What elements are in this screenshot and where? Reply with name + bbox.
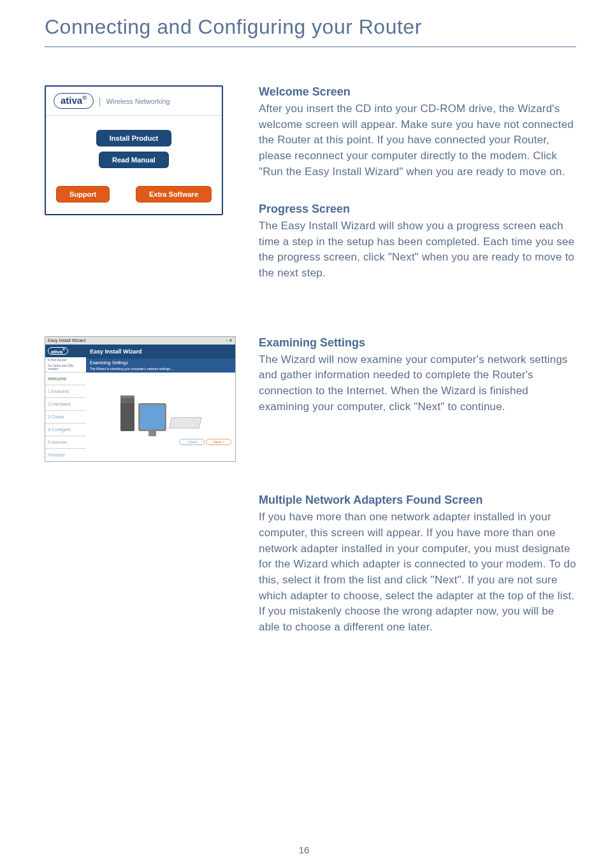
wizard-window-figure: Easy Install Wizard ▫ ✕ ativa® 4-Port Ro… <box>45 336 236 462</box>
heading-examining: Examining Settings <box>259 336 576 350</box>
computer-monitor-icon <box>138 403 166 431</box>
back-button: < Back <box>179 439 205 445</box>
section-welcome: Welcome Screen After you insert the CD i… <box>259 85 576 180</box>
section-adapters: Multiple Network Adapters Found Screen I… <box>259 494 576 635</box>
installer-body: Install Product Read Manual <box>46 116 222 180</box>
section-progress: Progress Screen The Easy Install Wizard … <box>259 203 576 281</box>
installer-subtitle: Wireless Networking <box>106 97 170 105</box>
wizard-button-row: < Back Next > <box>86 436 235 448</box>
wizard-step-internet: 5 Internet <box>45 436 86 448</box>
installer-header: ativa® | Wireless Networking <box>46 87 222 116</box>
wizard-titlebar: Easy Install Wizard ▫ ✕ <box>45 337 235 345</box>
computer-tower-icon <box>120 395 134 431</box>
page-number: 16 <box>299 844 310 855</box>
wizard-step-welcome: Welcome <box>45 372 86 385</box>
body-adapters: If you have more than one network adapte… <box>259 509 576 635</box>
wizard-step-finished: Finished <box>45 448 86 461</box>
wizard-sidebar: ativa® 4-Port Router for Cable and DSL m… <box>45 345 86 462</box>
install-product-button: Install Product <box>96 130 171 146</box>
wizard-canvas <box>86 373 235 436</box>
ativa-logo-small: ativa® <box>48 347 68 355</box>
wizard-step-check: 3 Check <box>45 410 86 423</box>
keyboard-icon <box>169 417 202 429</box>
window-controls-icon: ▫ ✕ <box>226 338 233 343</box>
body-welcome: After you insert the CD into your CD-ROM… <box>259 101 576 180</box>
wizard-content-desc: The Wizard is checking your computer's n… <box>86 367 235 373</box>
page-title: Connecting and Configuring your Router <box>45 15 576 47</box>
wizard-step-configure: 4 Configure <box>45 423 86 436</box>
row-examining: Easy Install Wizard ▫ ✕ ativa® 4-Port Ro… <box>45 336 576 462</box>
wizard-product-line1: 4-Port Router <box>45 357 86 363</box>
wizard-content: Easy Install Wizard Examining Settings T… <box>86 345 235 462</box>
heading-welcome: Welcome Screen <box>259 85 576 99</box>
wizard-step-examine: 1 Examine <box>45 385 86 397</box>
read-manual-button: Read Manual <box>99 152 169 168</box>
heading-progress: Progress Screen <box>259 203 576 216</box>
wizard-content-header: Easy Install Wizard <box>86 345 235 359</box>
installer-footer: Support Extra Software <box>46 180 222 214</box>
row-adapters: Multiple Network Adapters Found Screen I… <box>45 494 576 658</box>
body-progress: The Easy Install Wizard will show you a … <box>259 218 576 281</box>
row-welcome: × ativa® | Wireless Networking Install P… <box>45 85 576 304</box>
heading-adapters: Multiple Network Adapters Found Screen <box>259 494 576 507</box>
body-examining: The Wizard will now examine your compute… <box>259 352 576 415</box>
ativa-logo: ativa® <box>54 93 94 109</box>
extra-software-button: Extra Software <box>136 186 212 203</box>
wizard-content-subheader: Examining Settings <box>86 359 235 367</box>
next-button: Next > <box>206 439 231 445</box>
installer-dialog-figure: × ativa® | Wireless Networking Install P… <box>45 85 223 215</box>
support-button: Support <box>56 186 110 203</box>
divider: | <box>99 96 101 106</box>
section-examining: Examining Settings The Wizard will now e… <box>259 336 576 415</box>
wizard-product-line2: for Cable and DSL modem <box>45 363 86 372</box>
wizard-window-title: Easy Install Wizard <box>48 338 86 343</box>
wizard-step-hardware: 2 Hardware <box>45 397 86 410</box>
